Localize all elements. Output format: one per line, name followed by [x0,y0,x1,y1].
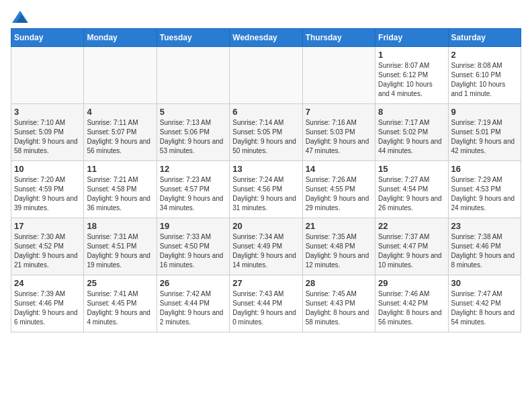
calendar-cell [157,47,229,104]
calendar-cell: 4Sunrise: 7:11 AM Sunset: 5:07 PM Daylig… [84,104,157,161]
calendar-header-row: SundayMondayTuesdayWednesdayThursdayFrid… [11,29,521,47]
day-number: 25 [87,278,153,288]
day-number: 26 [160,278,226,288]
calendar-cell: 1Sunrise: 8:07 AM Sunset: 6:12 PM Daylig… [375,47,448,104]
day-info: Sunrise: 7:20 AM Sunset: 4:59 PM Dayligh… [14,175,81,213]
calendar-cell: 23Sunrise: 7:38 AM Sunset: 4:46 PM Dayli… [448,218,521,275]
day-info: Sunrise: 7:42 AM Sunset: 4:44 PM Dayligh… [160,289,226,327]
day-number: 7 [306,107,372,117]
day-number: 16 [451,164,518,174]
calendar-cell: 11Sunrise: 7:21 AM Sunset: 4:58 PM Dayli… [84,161,157,218]
day-number: 3 [14,107,81,117]
calendar-day-header: Sunday [11,29,84,47]
calendar-cell: 2Sunrise: 8:08 AM Sunset: 6:10 PM Daylig… [448,47,521,104]
calendar-day-header: Monday [84,29,157,47]
logo-icon [12,11,28,23]
calendar-cell: 20Sunrise: 7:34 AM Sunset: 4:49 PM Dayli… [230,218,302,275]
calendar-day-header: Friday [375,29,448,47]
day-info: Sunrise: 7:43 AM Sunset: 4:44 PM Dayligh… [232,289,299,327]
calendar-cell: 30Sunrise: 7:47 AM Sunset: 4:42 PM Dayli… [448,275,521,332]
day-info: Sunrise: 7:34 AM Sunset: 4:49 PM Dayligh… [232,232,299,270]
day-info: Sunrise: 7:27 AM Sunset: 4:54 PM Dayligh… [378,175,445,213]
day-number: 22 [378,221,445,231]
day-number: 14 [306,164,372,174]
calendar-cell [11,47,84,104]
calendar-cell [84,47,157,104]
day-info: Sunrise: 7:35 AM Sunset: 4:48 PM Dayligh… [306,232,372,270]
day-info: Sunrise: 7:17 AM Sunset: 5:02 PM Dayligh… [378,118,445,156]
calendar-table: SundayMondayTuesdayWednesdayThursdayFrid… [11,28,521,332]
day-number: 23 [451,221,518,231]
calendar-cell: 10Sunrise: 7:20 AM Sunset: 4:59 PM Dayli… [11,161,84,218]
calendar-day-header: Saturday [448,29,521,47]
calendar-cell: 29Sunrise: 7:46 AM Sunset: 4:42 PM Dayli… [375,275,448,332]
day-number: 6 [232,107,299,117]
day-number: 5 [160,107,226,117]
day-number: 11 [87,164,153,174]
day-number: 17 [14,221,81,231]
day-info: Sunrise: 7:19 AM Sunset: 5:01 PM Dayligh… [451,118,518,156]
day-info: Sunrise: 7:37 AM Sunset: 4:47 PM Dayligh… [378,232,445,270]
day-number: 28 [306,278,372,288]
day-number: 10 [14,164,81,174]
calendar-cell: 19Sunrise: 7:33 AM Sunset: 4:50 PM Dayli… [157,218,229,275]
day-info: Sunrise: 7:46 AM Sunset: 4:42 PM Dayligh… [378,289,445,327]
day-info: Sunrise: 7:26 AM Sunset: 4:55 PM Dayligh… [306,175,372,213]
day-info: Sunrise: 7:31 AM Sunset: 4:51 PM Dayligh… [87,232,153,270]
calendar-body: 1Sunrise: 8:07 AM Sunset: 6:12 PM Daylig… [11,47,521,332]
calendar-cell: 25Sunrise: 7:41 AM Sunset: 4:45 PM Dayli… [84,275,157,332]
calendar-cell: 8Sunrise: 7:17 AM Sunset: 5:02 PM Daylig… [375,104,448,161]
day-number: 24 [14,278,81,288]
calendar-week-row: 10Sunrise: 7:20 AM Sunset: 4:59 PM Dayli… [11,161,521,218]
calendar-week-row: 17Sunrise: 7:30 AM Sunset: 4:52 PM Dayli… [11,218,521,275]
day-info: Sunrise: 7:11 AM Sunset: 5:07 PM Dayligh… [87,118,153,156]
day-info: Sunrise: 7:45 AM Sunset: 4:43 PM Dayligh… [306,289,372,327]
day-info: Sunrise: 7:38 AM Sunset: 4:46 PM Dayligh… [451,232,518,270]
day-number: 18 [87,221,153,231]
calendar-cell: 6Sunrise: 7:14 AM Sunset: 5:05 PM Daylig… [230,104,302,161]
calendar-cell: 18Sunrise: 7:31 AM Sunset: 4:51 PM Dayli… [84,218,157,275]
day-info: Sunrise: 7:33 AM Sunset: 4:50 PM Dayligh… [160,232,226,270]
calendar-cell: 7Sunrise: 7:16 AM Sunset: 5:03 PM Daylig… [302,104,375,161]
day-number: 2 [451,50,518,60]
day-info: Sunrise: 7:47 AM Sunset: 4:42 PM Dayligh… [451,289,518,327]
calendar-cell: 27Sunrise: 7:43 AM Sunset: 4:44 PM Dayli… [230,275,302,332]
day-info: Sunrise: 7:23 AM Sunset: 4:57 PM Dayligh… [160,175,226,213]
calendar-cell: 22Sunrise: 7:37 AM Sunset: 4:47 PM Dayli… [375,218,448,275]
calendar-cell: 28Sunrise: 7:45 AM Sunset: 4:43 PM Dayli… [302,275,375,332]
calendar-cell: 17Sunrise: 7:30 AM Sunset: 4:52 PM Dayli… [11,218,84,275]
calendar-cell: 14Sunrise: 7:26 AM Sunset: 4:55 PM Dayli… [302,161,375,218]
day-info: Sunrise: 7:13 AM Sunset: 5:06 PM Dayligh… [160,118,226,156]
day-number: 9 [451,107,518,117]
calendar-cell [302,47,375,104]
day-info: Sunrise: 7:30 AM Sunset: 4:52 PM Dayligh… [14,232,81,270]
day-info: Sunrise: 7:14 AM Sunset: 5:05 PM Dayligh… [232,118,299,156]
page-header [11,11,521,23]
logo [11,11,28,23]
day-number: 21 [306,221,372,231]
day-number: 8 [378,107,445,117]
day-info: Sunrise: 7:41 AM Sunset: 4:45 PM Dayligh… [87,289,153,327]
day-number: 12 [160,164,226,174]
calendar-cell [230,47,302,104]
day-number: 19 [160,221,226,231]
calendar-cell: 9Sunrise: 7:19 AM Sunset: 5:01 PM Daylig… [448,104,521,161]
calendar-cell: 13Sunrise: 7:24 AM Sunset: 4:56 PM Dayli… [230,161,302,218]
calendar-cell: 12Sunrise: 7:23 AM Sunset: 4:57 PM Dayli… [157,161,229,218]
day-number: 15 [378,164,445,174]
day-info: Sunrise: 7:21 AM Sunset: 4:58 PM Dayligh… [87,175,153,213]
calendar-cell: 24Sunrise: 7:39 AM Sunset: 4:46 PM Dayli… [11,275,84,332]
calendar-week-row: 1Sunrise: 8:07 AM Sunset: 6:12 PM Daylig… [11,47,521,104]
calendar-week-row: 24Sunrise: 7:39 AM Sunset: 4:46 PM Dayli… [11,275,521,332]
calendar-cell: 3Sunrise: 7:10 AM Sunset: 5:09 PM Daylig… [11,104,84,161]
calendar-cell: 21Sunrise: 7:35 AM Sunset: 4:48 PM Dayli… [302,218,375,275]
calendar-cell: 15Sunrise: 7:27 AM Sunset: 4:54 PM Dayli… [375,161,448,218]
day-number: 27 [232,278,299,288]
calendar-week-row: 3Sunrise: 7:10 AM Sunset: 5:09 PM Daylig… [11,104,521,161]
day-number: 1 [378,50,445,60]
day-info: Sunrise: 7:24 AM Sunset: 4:56 PM Dayligh… [232,175,299,213]
calendar-cell: 16Sunrise: 7:29 AM Sunset: 4:53 PM Dayli… [448,161,521,218]
calendar-day-header: Thursday [302,29,375,47]
day-info: Sunrise: 8:07 AM Sunset: 6:12 PM Dayligh… [378,61,445,99]
day-number: 29 [378,278,445,288]
